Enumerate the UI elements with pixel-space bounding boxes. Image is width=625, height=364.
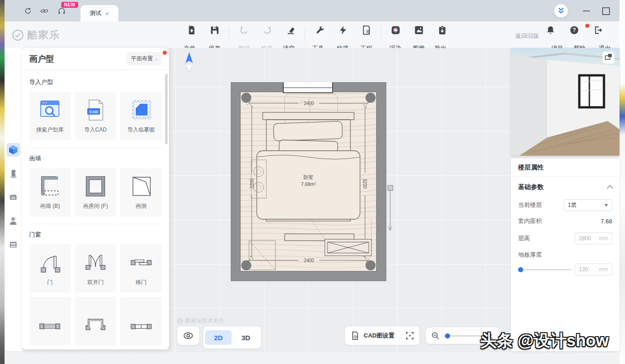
support-watermark-text: 酷家乐技术支持 — [185, 317, 224, 325]
card-draw-room[interactable]: 画房间 (F) — [75, 168, 117, 216]
cube-icon — [8, 144, 19, 155]
card-double-door[interactable]: 双开门 — [75, 244, 117, 293]
kujiale-logo-icon — [12, 29, 24, 41]
back-to-old-link[interactable]: 返回旧版 — [515, 32, 539, 40]
panel-header: 画户型 平面布置 › — [22, 48, 169, 70]
window-symbol[interactable] — [283, 82, 333, 93]
card-window[interactable] — [29, 297, 71, 345]
undo-icon — [239, 25, 249, 35]
headphones-icon[interactable] — [58, 7, 66, 15]
floor-height-unit: mm — [599, 235, 608, 242]
view-mode-toggle: 2D 3D — [203, 327, 261, 348]
north-arrow-icon[interactable] — [184, 52, 194, 73]
rail-floorplan-tool[interactable] — [6, 143, 20, 157]
card-bay-window[interactable] — [75, 297, 117, 345]
door-icon — [8, 169, 18, 179]
floor-thickness-value: 120 — [579, 266, 588, 273]
floor-thickness-unit: mm — [599, 266, 608, 273]
view-2d-button[interactable]: 2D — [205, 330, 232, 345]
props-title: 楼层属性 — [511, 158, 620, 177]
visibility-button[interactable] — [177, 327, 199, 345]
window-maximize-button[interactable] — [602, 7, 610, 15]
card-sliding-door[interactable]: 移门 — [120, 244, 162, 293]
tab-close-icon[interactable]: × — [105, 10, 109, 17]
card-door[interactable]: 门 — [29, 244, 71, 293]
basic-params-title: 基础参数 — [518, 183, 544, 191]
card-draw-hole[interactable]: 画洞 — [120, 168, 162, 216]
current-floor-select[interactable]: 1层 — [564, 199, 612, 211]
floor-height-input[interactable]: 2800 mm — [575, 232, 612, 244]
floor-thickness-input[interactable]: 120 mm — [575, 264, 612, 275]
double-chevron-down-icon — [558, 7, 564, 15]
sync-icon[interactable] — [24, 7, 32, 15]
hole-icon — [128, 174, 154, 198]
room-name: 卧室 — [303, 174, 313, 180]
render-camera-icon — [391, 25, 401, 35]
pip-toggle-icon[interactable] — [603, 52, 614, 63]
section-title-wall: 画墙 — [29, 154, 162, 163]
floor-plan[interactable]: 2400 2400 3200 3200 — [231, 82, 397, 281]
support-watermark: 酷家乐技术支持 — [177, 317, 224, 325]
panel-alert-dot — [163, 51, 167, 55]
room-f-icon — [83, 174, 108, 198]
fit-view-icon[interactable] — [406, 332, 414, 340]
wrench-icon — [315, 25, 325, 35]
floor-thickness-slider[interactable] — [518, 269, 572, 270]
floor-height-value: 2800 — [579, 235, 591, 242]
card-search-library[interactable]: 搜索户型库 — [29, 92, 71, 140]
rail-cabinet-tool[interactable] — [6, 238, 20, 252]
link-icon[interactable] — [40, 7, 48, 15]
search-library-icon — [37, 98, 63, 122]
preview-3d[interactable] — [511, 48, 620, 156]
cad-file-icon: CAD — [83, 98, 108, 122]
cabinet-icon — [8, 240, 18, 250]
redo-icon — [262, 25, 272, 35]
rail-figure-tool[interactable] — [6, 214, 20, 228]
rail-door-tool[interactable] — [6, 167, 20, 180]
floor-thickness-slider-handle[interactable] — [518, 267, 523, 272]
view-3d-button[interactable]: 3D — [233, 330, 259, 345]
inner-area-label: 套内面积 — [518, 217, 542, 225]
wall-handle[interactable] — [388, 185, 393, 231]
album-icon — [414, 25, 424, 35]
person-icon — [8, 216, 18, 226]
current-floor-label: 当前楼层 — [518, 201, 542, 209]
zoom-slider[interactable] — [444, 335, 481, 337]
window-symbol-icon — [37, 307, 63, 331]
door-symbol-icon — [37, 251, 63, 274]
card-window-2[interactable] — [120, 297, 162, 345]
toolbar-divider — [229, 27, 229, 42]
card-draw-wall[interactable]: 画墙 (B) — [29, 168, 71, 216]
rail-furniture-tool[interactable] — [6, 190, 20, 204]
tool-rail — [5, 48, 22, 351]
tab-title: 测试 — [90, 9, 101, 17]
app-header: 酷家乐 文件 保存 撤销 — [5, 21, 620, 48]
zoom-slider-handle[interactable] — [445, 333, 450, 338]
window-minimize-button[interactable] — [583, 11, 590, 11]
collapse-button[interactable] — [554, 4, 568, 18]
help-alert-dot — [585, 24, 589, 28]
desktop-edge-left — [0, 0, 5, 364]
panel-scrollbar[interactable] — [165, 74, 168, 144]
preview-window — [579, 75, 604, 107]
cad-settings-icon[interactable] — [350, 331, 360, 340]
zoom-out-icon[interactable] — [431, 332, 440, 340]
sliding-door-icon — [128, 251, 154, 274]
chevron-right-icon: › — [155, 55, 157, 62]
lightning-icon — [338, 25, 348, 35]
floor-properties-panel: 楼层属性 基础参数 当前楼层 1层 套内面积 7.68 层高 2800 mm 地… — [511, 158, 620, 351]
exit-icon — [593, 25, 603, 35]
draw-floorplan-panel: 画户型 平面布置 › 导入户型 搜索户型库 — [22, 48, 169, 349]
divider — [400, 331, 400, 341]
layout-mode-button[interactable]: 平面布置 › — [127, 52, 162, 65]
room-area: 7.68m² — [301, 181, 316, 187]
card-import-cad[interactable]: CAD 导入CAD — [75, 92, 117, 140]
cad-settings-label[interactable]: CAD图设置 — [364, 332, 394, 340]
wall-corner-dot — [241, 260, 251, 270]
cad-settings-group: CAD图设置 — [345, 327, 419, 345]
card-import-trace[interactable]: 导入临摹图 — [120, 92, 162, 140]
select-caret-icon — [604, 204, 608, 206]
collapse-section-icon[interactable] — [607, 185, 613, 191]
section-title-doors: 门窗 — [29, 231, 162, 239]
tab-project[interactable]: 测试 × — [80, 5, 118, 21]
